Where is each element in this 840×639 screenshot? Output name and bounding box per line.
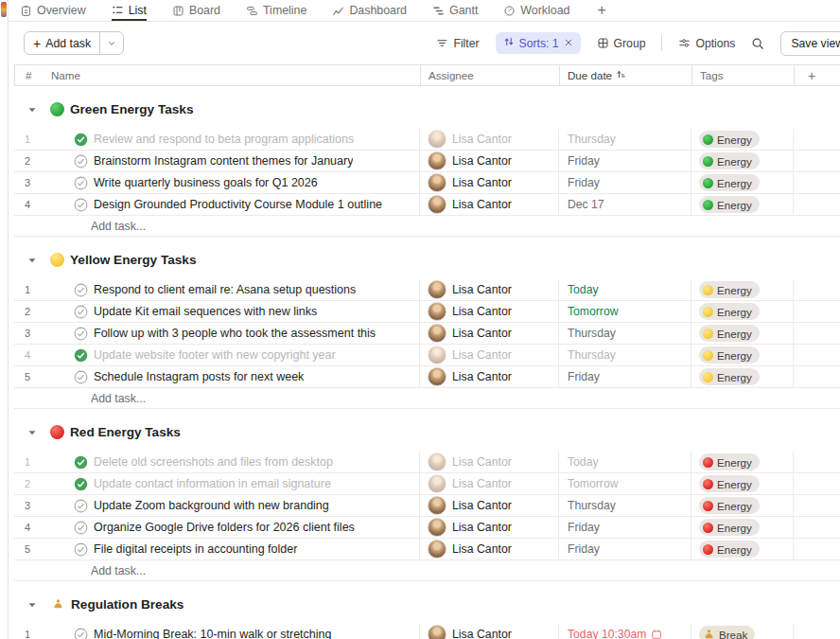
due-date-cell[interactable]: Friday [559,366,691,387]
checkbox-checked-icon[interactable] [74,348,88,363]
tag-pill[interactable]: Energy [699,453,760,470]
checkbox-unchecked-icon[interactable] [74,327,88,341]
task-name-cell[interactable]: Write quarterly business goals for Q1 20… [43,172,420,193]
task-name-cell[interactable]: Update Kit email sequences with new link… [43,301,420,322]
checkbox-checked-icon[interactable] [74,133,88,147]
tag-cell[interactable]: Break [691,624,794,639]
tab-board[interactable]: Board [172,0,220,21]
checkbox-unchecked-icon[interactable] [74,283,88,297]
task-name-cell[interactable]: Respond to client email re: Asana setup … [43,279,420,300]
tag-pill[interactable]: Energy [699,174,760,191]
checkbox-checked-icon[interactable] [74,455,88,470]
add-task-button[interactable]: + Add task [25,32,99,54]
checkbox-unchecked-icon[interactable] [74,198,88,212]
assignee-cell[interactable]: Lisa Cantor [420,539,559,559]
filter-button[interactable]: Filter [436,37,479,50]
task-row[interactable]: 2Brainstorm Instagram content themes for… [14,151,840,172]
task-row[interactable]: 2Update contact information in email sig… [14,473,840,495]
tag-cell[interactable]: Energy [691,452,794,472]
due-date-cell[interactable]: Thursday [559,129,691,150]
checkbox-unchecked-icon[interactable] [74,176,88,190]
due-date-cell[interactable]: Today [559,279,691,300]
tab-workload[interactable]: Workload [503,0,569,21]
task-name-cell[interactable]: Design Grounded Productivity Course Modu… [43,194,420,215]
assignee-cell[interactable]: Lisa Cantor [420,301,559,322]
task-row[interactable]: 1Review and respond to beta program appl… [14,129,840,151]
tag-pill[interactable]: Energy [699,131,760,148]
column-header-name[interactable]: Name [44,65,421,85]
tag-pill[interactable]: Energy [699,475,760,492]
due-date-cell[interactable]: Friday [559,172,691,193]
checkbox-unchecked-icon[interactable] [74,370,88,384]
tag-pill[interactable]: Energy [699,497,760,514]
assignee-cell[interactable]: Lisa Cantor [420,129,559,150]
tag-cell[interactable]: Energy [691,495,794,516]
checkbox-unchecked-icon[interactable] [74,521,88,535]
tag-pill[interactable]: Energy [699,519,760,536]
due-date-cell[interactable]: Tomorrow [559,301,691,322]
task-row[interactable]: 1Respond to client email re: Asana setup… [14,279,840,301]
tag-pill[interactable]: Energy [699,152,760,169]
add-task-row[interactable]: Add task... [14,216,840,237]
task-name-cell[interactable]: Delete old screenshots and files from de… [43,452,420,472]
due-date-cell[interactable]: Friday [559,151,691,171]
tag-cell[interactable]: Energy [691,366,794,387]
task-row[interactable]: 1Delete old screenshots and files from d… [14,452,840,473]
task-name-cell[interactable]: Brainstorm Instagram content themes for … [43,151,420,171]
task-row[interactable]: 5Schedule Instagram posts for next weekL… [14,366,840,388]
task-name-cell[interactable]: Organize Google Drive folders for 2026 c… [43,517,420,538]
tag-pill[interactable]: Energy [699,196,760,213]
assignee-cell[interactable]: Lisa Cantor [420,517,559,538]
tag-pill[interactable]: Energy [699,325,760,342]
assignee-cell[interactable]: Lisa Cantor [420,495,559,516]
tab-overview[interactable]: Overview [20,0,86,21]
tag-cell[interactable]: Energy [691,279,794,300]
task-row[interactable]: 5File digital receipts in accounting fol… [14,539,840,560]
column-header-assignee[interactable]: Assignee [421,65,560,85]
task-row[interactable]: 2Update Kit email sequences with new lin… [14,301,840,323]
task-name-cell[interactable]: Schedule Instagram posts for next week [43,366,420,387]
tag-cell[interactable]: Energy [691,539,794,559]
tag-cell[interactable]: Energy [691,323,794,344]
checkbox-unchecked-icon[interactable] [74,499,88,513]
assignee-cell[interactable]: Lisa Cantor [420,624,559,639]
tag-cell[interactable]: Energy [691,301,794,322]
add-task-row[interactable]: Add task... [14,560,840,581]
assignee-cell[interactable]: Lisa Cantor [420,323,559,344]
assignee-cell[interactable]: Lisa Cantor [420,194,559,215]
save-view-button[interactable]: Save view [780,31,840,56]
task-row[interactable]: 3Update Zoom background with new brandin… [14,495,840,517]
task-row[interactable]: 4Update website footer with new copyrigh… [14,345,840,366]
due-date-cell[interactable]: Dec 17 [559,194,691,215]
section-collapse-icon[interactable] [27,600,37,610]
due-date-cell[interactable]: Thursday [559,323,691,344]
tag-cell[interactable]: Energy [691,129,794,150]
tab-list[interactable]: List [112,0,147,21]
checkbox-unchecked-icon[interactable] [74,628,88,639]
due-date-cell[interactable]: Thursday [559,345,691,365]
tag-cell[interactable]: Energy [691,517,794,538]
checkbox-unchecked-icon[interactable] [74,542,88,557]
tag-pill[interactable]: Energy [699,281,760,298]
options-button[interactable]: Options [678,37,735,50]
due-date-cell[interactable]: Tomorrow [559,473,691,494]
add-column-button[interactable]: + [795,65,840,85]
task-name-cell[interactable]: Mid-Morning Break: 10-min walk or stretc… [43,624,420,639]
tag-cell[interactable]: Energy [691,151,794,171]
assignee-cell[interactable]: Lisa Cantor [420,345,559,365]
search-button[interactable] [751,37,764,50]
assignee-cell[interactable]: Lisa Cantor [420,366,559,387]
section-collapse-icon[interactable] [27,105,37,115]
tag-pill[interactable]: Energy [699,303,760,320]
due-date-cell[interactable]: Today 10:30am [559,624,691,639]
tag-cell[interactable]: Energy [691,345,794,365]
due-date-cell[interactable]: Friday [559,539,691,559]
clear-sorts-icon[interactable] [564,37,573,50]
checkbox-unchecked-icon[interactable] [74,154,88,169]
task-row[interactable]: 4Design Grounded Productivity Course Mod… [14,194,840,216]
section-collapse-icon[interactable] [27,256,37,265]
assignee-cell[interactable]: Lisa Cantor [420,172,559,193]
task-name-cell[interactable]: Follow up with 3 people who took the ass… [43,323,420,344]
checkbox-checked-icon[interactable] [74,477,88,491]
group-button[interactable]: Group [597,37,646,50]
